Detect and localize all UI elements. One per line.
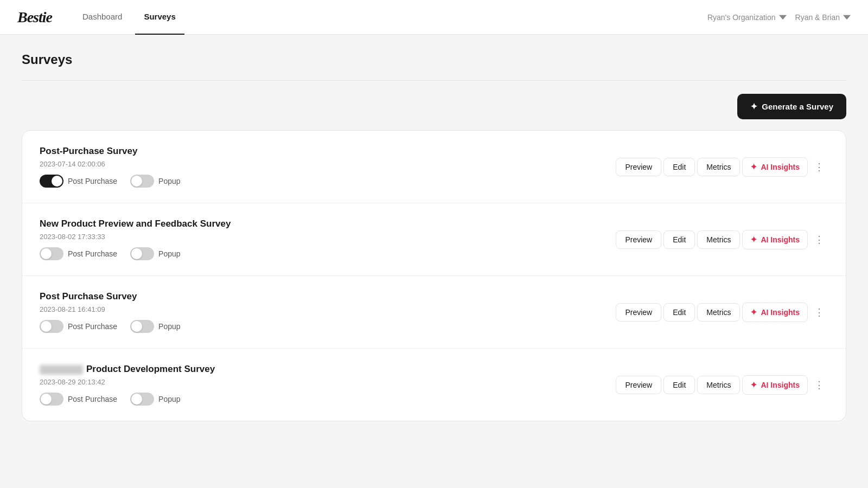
user-name: Ryan & Brian — [795, 13, 840, 22]
post-purchase-label: Post Purchase — [68, 177, 117, 185]
ai-insights-button[interactable]: ✦ AI Insights — [742, 375, 808, 395]
post-purchase-label: Post Purchase — [68, 249, 117, 258]
popup-label: Popup — [158, 322, 180, 331]
popup-label: Popup — [158, 249, 180, 258]
post-purchase-toggle-group: Post Purchase — [40, 175, 117, 188]
more-options-button[interactable]: ⋮ — [810, 229, 828, 250]
preview-button[interactable]: Preview — [616, 230, 661, 249]
toggle-knob — [131, 321, 142, 332]
survey-info: Post Purchase Survey 2023-08-21 16:41:09… — [40, 291, 616, 333]
metrics-button[interactable]: Metrics — [697, 230, 740, 249]
post-purchase-toggle[interactable] — [40, 393, 63, 406]
survey-name: Product Development Survey — [40, 364, 616, 375]
ai-insights-label: AI Insights — [761, 308, 800, 317]
toggle-knob — [41, 394, 52, 404]
preview-button[interactable]: Preview — [616, 303, 661, 322]
survey-actions: Preview Edit Metrics ✦ AI Insights ⋮ — [616, 157, 828, 177]
post-purchase-toggle-group: Post Purchase — [40, 393, 117, 406]
survey-info: New Product Preview and Feedback Survey … — [40, 219, 616, 260]
ellipsis-icon: ⋮ — [814, 161, 824, 173]
ai-star-icon: ✦ — [750, 235, 757, 245]
nav-surveys[interactable]: Surveys — [135, 0, 184, 35]
edit-button[interactable]: Edit — [663, 158, 695, 176]
post-purchase-label: Post Purchase — [68, 322, 117, 331]
popup-toggle[interactable] — [130, 175, 154, 188]
survey-list: Post-Purchase Survey 2023-07-14 02:00:06… — [22, 130, 846, 421]
survey-name: Post-Purchase Survey — [40, 146, 616, 157]
popup-toggle-group: Popup — [130, 393, 180, 406]
ai-star-icon: ✦ — [750, 380, 757, 390]
blurred-prefix — [40, 365, 83, 375]
survey-item: Product Development Survey 2023-08-29 20… — [22, 349, 846, 421]
logo: Bestie — [17, 9, 52, 26]
survey-actions: Preview Edit Metrics ✦ AI Insights ⋮ — [616, 302, 828, 323]
survey-info: Post-Purchase Survey 2023-07-14 02:00:06… — [40, 146, 616, 188]
user-selector[interactable]: Ryan & Brian — [795, 13, 851, 22]
chevron-down-icon — [843, 14, 851, 21]
survey-item: Post Purchase Survey 2023-08-21 16:41:09… — [22, 276, 846, 349]
edit-button[interactable]: Edit — [663, 303, 695, 322]
survey-toggles: Post Purchase Popup — [40, 320, 616, 333]
popup-toggle[interactable] — [130, 320, 154, 333]
more-options-button[interactable]: ⋮ — [810, 302, 828, 323]
survey-date: 2023-08-29 20:13:42 — [40, 378, 616, 386]
popup-label: Popup — [158, 177, 180, 185]
edit-button[interactable]: Edit — [663, 230, 695, 249]
metrics-button[interactable]: Metrics — [697, 303, 740, 322]
sparkle-icon: ✦ — [750, 101, 757, 112]
toggle-knob — [131, 176, 142, 187]
survey-actions: Preview Edit Metrics ✦ AI Insights ⋮ — [616, 375, 828, 395]
preview-button[interactable]: Preview — [616, 376, 661, 394]
popup-toggle[interactable] — [130, 247, 154, 260]
post-purchase-toggle[interactable] — [40, 247, 63, 260]
popup-toggle-group: Popup — [130, 320, 180, 333]
divider — [22, 80, 846, 81]
preview-button[interactable]: Preview — [616, 158, 661, 176]
more-options-button[interactable]: ⋮ — [810, 157, 828, 177]
nav-dashboard[interactable]: Dashboard — [74, 0, 131, 35]
edit-button[interactable]: Edit — [663, 376, 695, 394]
survey-toggles: Post Purchase Popup — [40, 247, 616, 260]
generate-survey-button[interactable]: ✦ Generate a Survey — [737, 94, 846, 119]
ellipsis-icon: ⋮ — [814, 306, 824, 318]
metrics-button[interactable]: Metrics — [697, 376, 740, 394]
popup-toggle[interactable] — [130, 393, 154, 406]
main-nav: Dashboard Surveys — [74, 0, 184, 34]
post-purchase-toggle-group: Post Purchase — [40, 320, 117, 333]
survey-name: Post Purchase Survey — [40, 291, 616, 302]
ellipsis-icon: ⋮ — [814, 234, 824, 246]
chevron-down-icon — [779, 14, 787, 21]
metrics-button[interactable]: Metrics — [697, 158, 740, 176]
page-title: Surveys — [22, 52, 846, 67]
org-selector[interactable]: Ryan's Organization — [707, 13, 787, 22]
toggle-knob — [131, 248, 142, 259]
ai-insights-button[interactable]: ✦ AI Insights — [742, 303, 808, 322]
post-purchase-toggle-group: Post Purchase — [40, 247, 117, 260]
ellipsis-icon: ⋮ — [814, 379, 824, 391]
ai-insights-button[interactable]: ✦ AI Insights — [742, 157, 808, 177]
post-purchase-toggle[interactable] — [40, 175, 63, 188]
survey-item: Post-Purchase Survey 2023-07-14 02:00:06… — [22, 131, 846, 203]
org-name: Ryan's Organization — [707, 13, 776, 22]
generate-label: Generate a Survey — [762, 102, 833, 111]
header-right: Ryan's Organization Ryan & Brian — [707, 13, 851, 22]
ai-insights-label: AI Insights — [761, 163, 800, 171]
popup-label: Popup — [158, 395, 180, 403]
ai-star-icon: ✦ — [750, 307, 757, 317]
toggle-knob — [41, 248, 52, 259]
more-options-button[interactable]: ⋮ — [810, 375, 828, 395]
survey-name: New Product Preview and Feedback Survey — [40, 219, 616, 229]
survey-name-text: Product Development Survey — [86, 364, 215, 374]
survey-actions: Preview Edit Metrics ✦ AI Insights ⋮ — [616, 229, 828, 250]
ai-star-icon: ✦ — [750, 162, 757, 172]
popup-toggle-group: Popup — [130, 175, 180, 188]
survey-toggles: Post Purchase Popup — [40, 393, 616, 406]
popup-toggle-group: Popup — [130, 247, 180, 260]
page-content: Surveys ✦ Generate a Survey Post-Purchas… — [0, 35, 868, 439]
toolbar: ✦ Generate a Survey — [22, 94, 846, 119]
ai-insights-button[interactable]: ✦ AI Insights — [742, 230, 808, 249]
post-purchase-label: Post Purchase — [68, 395, 117, 403]
post-purchase-toggle[interactable] — [40, 320, 63, 333]
ai-insights-label: AI Insights — [761, 381, 800, 389]
toggle-knob — [131, 394, 142, 404]
